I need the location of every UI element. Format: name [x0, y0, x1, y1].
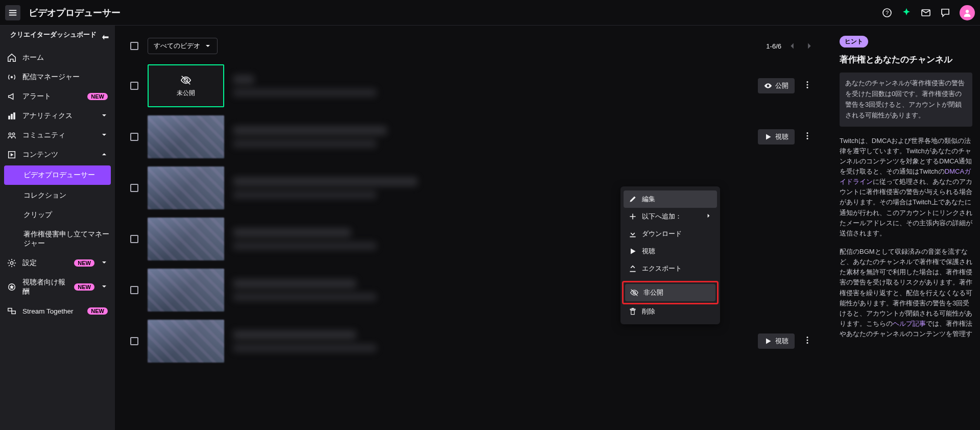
publish-button[interactable]: 公開	[758, 78, 795, 93]
sidebar-item-content[interactable]: コンテンツ	[0, 145, 115, 164]
video-thumbnail[interactable]	[148, 320, 224, 363]
svg-text:?: ?	[886, 10, 889, 16]
row-checkbox[interactable]	[130, 82, 138, 90]
video-thumbnail[interactable]	[148, 115, 224, 158]
sparkle-icon[interactable]	[901, 8, 912, 18]
sidebar: クリエイターダッシュボード ホーム 配信マネージャー アラート NEW アナリテ…	[0, 26, 115, 430]
context-export[interactable]: エクスポート	[624, 260, 717, 277]
pencil-icon	[629, 195, 637, 203]
avatar[interactable]	[960, 5, 975, 20]
sidebar-subitem-collections[interactable]: コレクション	[0, 186, 115, 205]
sidebar-item-analytics[interactable]: アナリティクス	[0, 106, 115, 126]
context-watch[interactable]: 視聴	[624, 243, 717, 260]
context-download[interactable]: ダウンロード	[624, 225, 717, 243]
prev-page-button[interactable]	[787, 41, 798, 51]
sidebar-item-label: Stream Together	[22, 307, 81, 315]
row-checkbox[interactable]	[130, 184, 138, 192]
topbar: ビデオプロデューサー ?	[0, 0, 980, 26]
user-icon	[963, 8, 972, 17]
video-title-blurred	[233, 330, 749, 352]
row-checkbox[interactable]	[130, 337, 138, 345]
sidebar-item-home[interactable]: ホーム	[0, 48, 115, 67]
svg-point-16	[806, 84, 808, 85]
svg-point-9	[12, 133, 15, 135]
svg-rect-13	[8, 308, 12, 311]
home-icon	[7, 53, 16, 62]
context-menu: 編集 以下へ追加： ダウンロード 視聴 エクスポート	[620, 186, 720, 324]
chevron-down-icon	[101, 112, 108, 121]
thumbnail-status-label: 未公開	[177, 89, 195, 98]
play-icon	[764, 337, 772, 345]
sidebar-item-stream-manager[interactable]: 配信マネージャー	[0, 67, 115, 87]
context-unpublish[interactable]: 非公開	[625, 284, 715, 301]
sidebar-subitem-copyright-claims[interactable]: 著作権侵害申し立てマネージャー	[0, 225, 115, 253]
svg-rect-14	[12, 311, 15, 314]
context-add-to[interactable]: 以下へ追加：	[624, 208, 717, 225]
whisper-icon[interactable]	[940, 8, 950, 18]
sidebar-item-label: 視聴者向け報酬	[22, 278, 68, 296]
panel-title: 著作権とあなたのチャンネル	[840, 53, 972, 66]
trash-icon	[629, 307, 637, 316]
row-menu-button[interactable]	[801, 333, 814, 349]
sidebar-item-viewer-rewards[interactable]: 視聴者向け報酬 NEW	[0, 273, 115, 301]
sidebar-item-alerts[interactable]: アラート NEW	[0, 87, 115, 106]
chevron-down-icon	[101, 259, 108, 268]
megaphone-icon	[7, 92, 16, 101]
next-page-button[interactable]	[804, 41, 814, 51]
row-menu-button[interactable]	[801, 78, 814, 93]
video-thumbnail[interactable]	[148, 269, 224, 312]
svg-point-18	[806, 132, 808, 134]
sidebar-item-label: アラート	[22, 92, 81, 101]
help-icon[interactable]: ?	[882, 8, 892, 18]
sidebar-item-label: 配信マネージャー	[22, 73, 108, 82]
context-edit[interactable]: 編集	[624, 190, 717, 208]
svg-rect-7	[14, 113, 15, 120]
video-thumbnail[interactable]	[148, 218, 224, 260]
sidebar-subitem-video-producer[interactable]: ビデオプロデューサー	[4, 165, 111, 185]
eye-icon	[764, 82, 772, 90]
svg-point-22	[806, 339, 808, 341]
sidebar-item-stream-together[interactable]: Stream Together NEW	[0, 301, 115, 321]
row-menu-button[interactable]	[801, 129, 814, 145]
hidden-icon	[630, 289, 638, 297]
video-row: 未公開 公開	[130, 60, 814, 111]
gear-icon	[7, 258, 16, 268]
svg-point-20	[806, 138, 808, 139]
inbox-icon[interactable]	[921, 8, 931, 18]
new-badge: NEW	[74, 283, 94, 291]
svg-point-17	[806, 87, 808, 88]
filter-label: すべてのビデオ	[154, 41, 200, 51]
svg-point-23	[806, 342, 808, 344]
svg-point-4	[11, 76, 13, 78]
svg-point-8	[9, 133, 11, 135]
context-delete[interactable]: 削除	[624, 303, 717, 320]
row-checkbox[interactable]	[130, 235, 138, 243]
video-title-blurred	[233, 126, 749, 148]
topbar-left: ビデオプロデューサー	[5, 5, 121, 20]
topbar-right: ?	[882, 5, 975, 20]
analytics-icon	[7, 111, 16, 121]
sidebar-item-label: コンテンツ	[22, 150, 94, 159]
stream-together-icon	[7, 306, 16, 316]
video-thumbnail[interactable]	[148, 166, 224, 209]
video-list: すべてのビデオ 1-6/6 未公開	[115, 26, 829, 430]
select-all-checkbox[interactable]	[130, 42, 138, 50]
svg-rect-6	[11, 114, 13, 119]
filter-dropdown[interactable]: すべてのビデオ	[148, 38, 218, 54]
sidebar-item-label: コミュニティ	[22, 131, 94, 140]
chevron-right-icon	[705, 212, 712, 221]
menu-button[interactable]	[5, 5, 20, 20]
row-checkbox[interactable]	[130, 133, 138, 141]
sidebar-item-label: ホーム	[22, 53, 108, 62]
row-checkbox[interactable]	[130, 286, 138, 294]
video-thumbnail-unpublished[interactable]: 未公開	[148, 64, 224, 107]
sidebar-heading: クリエイターダッシュボード	[10, 31, 97, 39]
sidebar-subitem-clips[interactable]: クリップ	[0, 205, 115, 225]
new-badge: NEW	[74, 259, 94, 267]
help-article-link[interactable]: ヘルプ記事	[893, 320, 926, 327]
sidebar-item-community[interactable]: コミュニティ	[0, 126, 115, 145]
sidebar-collapse-button[interactable]	[100, 31, 110, 43]
watch-button[interactable]: 視聴	[758, 333, 795, 349]
sidebar-item-settings[interactable]: 設定 NEW	[0, 253, 115, 273]
watch-button[interactable]: 視聴	[758, 129, 795, 145]
